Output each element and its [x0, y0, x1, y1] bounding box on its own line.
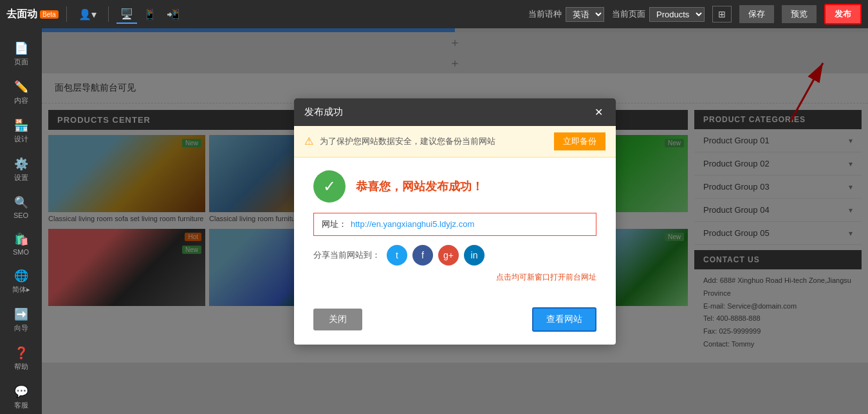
sidebar-label-design: 设计 [14, 134, 28, 144]
url-label: 网址： [322, 219, 347, 230]
sidebar-label-support: 客服 [14, 401, 28, 410]
modal-close-btn[interactable]: ✕ [592, 106, 605, 118]
smo-icon: 🛍️ [14, 232, 28, 246]
modal-overlay: 发布成功 ✕ ⚠ 为了保护您网站数据安全，建议您备份当前网站 立即备份 ✓ 恭喜… [42, 28, 868, 414]
sidebar: 📄 页面 ✏️ 内容 🏪 设计 ⚙️ 设置 🔍 SEO 🛍️ SMO 🌐 简体▸… [0, 28, 42, 414]
logo-beta: Beta [40, 10, 59, 19]
sidebar-label-guide: 向导 [14, 323, 28, 333]
logo-text: 去面动 [6, 8, 37, 21]
modal-header: 发布成功 ✕ [294, 98, 616, 126]
view-site-button[interactable]: 查看网站 [532, 307, 596, 332]
sidebar-item-settings[interactable]: ⚙️ 设置 [0, 150, 42, 189]
publish-button[interactable]: 发布 [824, 4, 862, 24]
sidebar-item-guide[interactable]: ➡️ 向导 [0, 301, 42, 339]
toolbar: 去面动 Beta 👤▾ 🖥️ 📱 📲 当前语种 英语 当前页面 Products… [0, 0, 868, 28]
sidebar-item-content[interactable]: ✏️ 内容 [0, 73, 42, 112]
backup-button[interactable]: 立即备份 [554, 132, 605, 150]
site-url-link[interactable]: http://en.yangxianghui5.ldyjz.com [351, 219, 474, 229]
hint-text: 点击均可新窗口打开前台网址 [313, 272, 596, 283]
url-box: 网址： http://en.yangxianghui5.ldyjz.com [313, 213, 596, 236]
sidebar-label-smo: SMO [13, 248, 29, 256]
grid-btn[interactable]: ⊞ [712, 6, 732, 22]
modal-title: 发布成功 [304, 106, 343, 118]
tablet-btn[interactable]: 📱 [140, 6, 160, 23]
sidebar-label-help: 帮助 [14, 362, 28, 372]
success-circle: ✓ [313, 170, 346, 203]
divider-2 [108, 6, 109, 22]
warning-icon: ⚠ [304, 135, 313, 147]
success-title: 恭喜您，网站发布成功！ [356, 179, 483, 194]
modal-warning-bar: ⚠ 为了保护您网站数据安全，建议您备份当前网站 立即备份 [294, 126, 616, 158]
success-row: ✓ 恭喜您，网站发布成功！ [313, 170, 596, 203]
share-label: 分享当前网站到： [313, 249, 380, 261]
content-icon: ✏️ [14, 80, 28, 94]
lang-label: 当前语种 [528, 8, 562, 20]
guide-icon: ➡️ [14, 307, 28, 321]
share-icons: t f g+ in [387, 245, 485, 266]
sidebar-item-help[interactable]: ❓ 帮助 [0, 339, 42, 378]
sidebar-label-settings: 设置 [14, 173, 28, 183]
sidebar-label-content: 内容 [14, 96, 28, 105]
save-button[interactable]: 保存 [739, 5, 774, 23]
sidebar-label-pages: 页面 [14, 57, 28, 67]
check-icon: ✓ [323, 177, 336, 195]
preview-button[interactable]: 预览 [782, 5, 817, 23]
user-menu-button[interactable]: 👤▾ [75, 6, 100, 23]
sidebar-item-smo[interactable]: 🛍️ SMO [0, 226, 42, 262]
linkedin-share-btn[interactable]: in [464, 245, 485, 266]
modal-body: ✓ 恭喜您，网站发布成功！ 网址： http://en.yangxianghui… [294, 158, 616, 301]
sidebar-item-pages[interactable]: 📄 页面 [0, 35, 42, 73]
page-dropdown[interactable]: Products [649, 7, 705, 22]
close-modal-button[interactable]: 关闭 [313, 309, 362, 330]
page-label: 当前页面 [612, 8, 645, 20]
device-icons: 🖥️ 📱 📲 [116, 5, 183, 24]
settings-icon: ⚙️ [14, 157, 28, 171]
warning-text: 为了保护您网站数据安全，建议您备份当前网站 [320, 136, 495, 147]
lang-selector: 当前语种 英语 [528, 7, 604, 22]
toolbar-right: 当前语种 英语 当前页面 Products ⊞ 保存 预览 发布 [528, 4, 862, 24]
design-icon: 🏪 [14, 118, 28, 132]
main-area: ＋ ＋ 面包层导航前台可见 PRODUCTS CENTER New Classi… [42, 28, 868, 414]
divider-1 [66, 6, 67, 22]
twitter-share-btn[interactable]: t [387, 245, 407, 266]
modal-footer: 关闭 查看网站 [294, 301, 616, 345]
share-row: 分享当前网站到： t f g+ in [313, 245, 596, 266]
desktop-btn[interactable]: 🖥️ [116, 5, 137, 24]
pages-icon: 📄 [14, 41, 28, 55]
sidebar-item-support[interactable]: 💬 客服 [0, 378, 42, 414]
sidebar-item-lang[interactable]: 🌐 简体▸ [0, 262, 42, 301]
lang-dropdown[interactable]: 英语 [566, 7, 604, 22]
page-selector: 当前页面 Products [612, 7, 705, 22]
sidebar-item-design[interactable]: 🏪 设计 [0, 112, 42, 150]
sidebar-label-lang: 简体▸ [12, 285, 30, 294]
logo-area: 去面动 Beta [6, 8, 59, 21]
help-icon: ❓ [14, 346, 28, 360]
lang-icon: 🌐 [14, 269, 28, 283]
google-share-btn[interactable]: g+ [438, 245, 459, 266]
seo-icon: 🔍 [14, 195, 28, 210]
sidebar-item-seo[interactable]: 🔍 SEO [0, 189, 42, 226]
mobile-btn[interactable]: 📲 [163, 6, 183, 23]
sidebar-bottom: 🌐 简体▸ ➡️ 向导 ❓ 帮助 💬 客服 [0, 262, 42, 414]
facebook-share-btn[interactable]: f [412, 245, 433, 266]
publish-success-modal: 发布成功 ✕ ⚠ 为了保护您网站数据安全，建议您备份当前网站 立即备份 ✓ 恭喜… [294, 98, 616, 345]
support-icon: 💬 [14, 384, 28, 399]
sidebar-label-seo: SEO [14, 212, 28, 219]
